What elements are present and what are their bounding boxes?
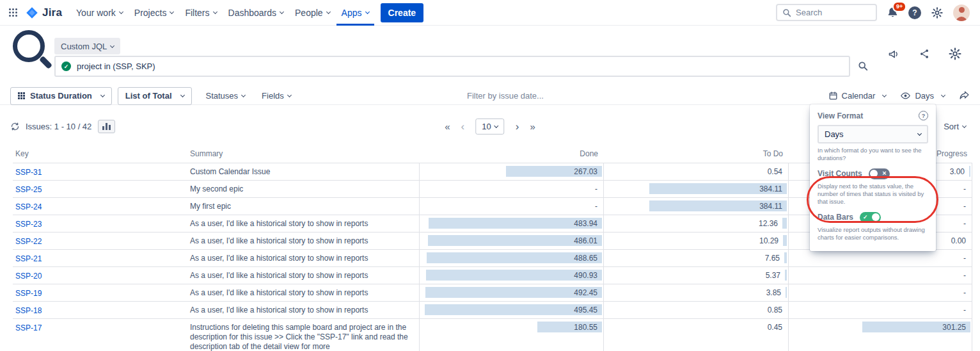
view-mode-button[interactable]: List of Total [118, 87, 192, 105]
duration-value: - [595, 184, 597, 193]
todo-cell: 3.85 [603, 284, 788, 301]
fields-filter-button[interactable]: Fields [262, 91, 291, 101]
data-bars-toggle[interactable] [860, 212, 881, 223]
search-icon [858, 61, 868, 71]
nav-apps[interactable]: Apps [336, 0, 374, 26]
issue-key-link[interactable]: SSP-31 [15, 168, 42, 177]
refresh-icon[interactable] [10, 122, 20, 131]
nav-label: Apps [342, 8, 362, 18]
done-cell: 180.55 [419, 319, 603, 351]
view-format-help-icon[interactable] [919, 111, 928, 120]
statuses-label: Statuses [206, 91, 239, 101]
next-page-button[interactable] [516, 121, 519, 132]
summary-cell: My second epic [187, 181, 419, 197]
notifications-button[interactable]: 9+ [887, 6, 899, 19]
key-cell: SSP-18 [13, 302, 187, 318]
issue-key-link[interactable]: SSP-20 [15, 272, 42, 281]
todo-cell: 10.29 [603, 233, 788, 249]
chevron-down-icon [365, 10, 369, 14]
table-row: SSP-17Instructions for deleting this sam… [13, 319, 972, 351]
page-size-value: 10 [482, 122, 491, 131]
global-search-input[interactable]: Search [776, 4, 877, 21]
help-button[interactable] [908, 6, 921, 19]
col-todo[interactable]: To Do [603, 147, 788, 163]
query-mode-dropdown[interactable]: Custom JQL [54, 38, 120, 54]
nav-your-work[interactable]: Your work [71, 0, 128, 26]
share-icon[interactable] [919, 48, 930, 60]
duration-value: 12.36 [759, 219, 778, 228]
first-page-button[interactable] [445, 122, 450, 131]
nav-projects[interactable]: Projects [129, 0, 179, 26]
todo-cell: 0.54 [603, 163, 788, 180]
summary-cell: As a user, I'd like a historical story t… [187, 250, 419, 266]
create-button[interactable]: Create [381, 3, 424, 22]
chevron-down-icon [494, 123, 499, 127]
view-format-label: View Format [818, 111, 863, 120]
duration-value: 0.00 [951, 236, 966, 245]
run-query-search-icon[interactable] [858, 61, 868, 71]
app-switcher-icon[interactable] [9, 8, 18, 17]
sort-label: Sort [944, 122, 959, 131]
settings-gear-icon[interactable] [931, 6, 944, 19]
last-page-button[interactable] [530, 122, 535, 131]
issue-key-link[interactable]: SSP-17 [15, 323, 42, 332]
view-settings-popup: View Format Days In which format do you … [810, 104, 936, 251]
chevron-down-icon [170, 10, 174, 14]
toggle-knob [872, 213, 880, 221]
announcement-icon[interactable] [887, 48, 901, 60]
duration-value: 7.65 [765, 254, 780, 263]
jira-logo[interactable]: Jira [26, 6, 62, 19]
issue-key-link[interactable]: SSP-18 [15, 306, 42, 315]
key-cell: SSP-24 [13, 198, 187, 215]
user-avatar[interactable] [953, 4, 970, 21]
report-type-button[interactable]: Status Duration [10, 87, 112, 105]
share-view-icon[interactable] [959, 90, 970, 101]
data-bar [786, 287, 787, 298]
todo-cell: 12.36 [603, 215, 788, 232]
prev-page-button[interactable] [461, 121, 465, 132]
jql-query-input[interactable]: project in (SSP, SKP) [54, 56, 850, 77]
view-format-select[interactable]: Days [818, 125, 928, 143]
issue-key-link[interactable]: SSP-25 [15, 185, 42, 194]
nav-filters[interactable]: Filters [180, 0, 221, 26]
duration-value: 488.65 [574, 254, 597, 263]
table-row: SSP-18As a user, I'd like a historical s… [13, 302, 972, 319]
visit-counts-label: Visit Counts [818, 169, 862, 178]
summary-cell: As a user, I'd like a historical story t… [187, 215, 419, 232]
col-key[interactable]: Key [13, 147, 187, 163]
page-size-select[interactable]: 10 [475, 118, 504, 135]
sort-button[interactable]: Sort [944, 122, 970, 131]
pagination: 10 [445, 117, 535, 136]
calendar-label: Calendar [842, 91, 876, 101]
nav-people[interactable]: People [290, 0, 335, 26]
done-cell: - [419, 198, 603, 215]
view-format-button[interactable]: Days [900, 90, 945, 101]
summary-cell: As a user, I'd like a historical story t… [187, 233, 419, 249]
issue-key-link[interactable]: SSP-22 [15, 237, 42, 246]
duration-value: 0.45 [768, 323, 782, 332]
issue-key-link[interactable]: SSP-21 [15, 254, 42, 263]
statuses-filter-button[interactable]: Statuses [206, 91, 246, 101]
issue-key-link[interactable]: SSP-24 [15, 202, 42, 211]
issue-key-link[interactable]: SSP-23 [15, 220, 42, 229]
visit-counts-description: Display next to the status value, the nu… [818, 183, 928, 206]
calendar-filter-button[interactable]: Calendar [828, 91, 887, 101]
chevron-down-icon [287, 93, 292, 97]
data-bar [784, 252, 787, 263]
chevron-down-icon [110, 43, 115, 47]
issue-key-link[interactable]: SSP-19 [15, 289, 42, 298]
col-summary[interactable]: Summary [187, 147, 419, 163]
brand-name: Jira [42, 6, 62, 19]
jql-query-text: project in (SSP, SKP) [77, 61, 155, 71]
col-done[interactable]: Done [419, 147, 603, 163]
chart-view-button[interactable] [98, 120, 115, 133]
report-settings-gear-icon[interactable] [948, 47, 962, 61]
done-cell: 267.03 [419, 163, 603, 180]
nav-label: Projects [134, 8, 167, 18]
table-row: SSP-21As a user, I'd like a historical s… [13, 250, 972, 267]
visit-counts-toggle[interactable] [869, 168, 890, 179]
todo-cell: 7.65 [603, 250, 788, 266]
done-cell: - [419, 181, 603, 197]
date-filter-input[interactable]: Filter by issue date... [467, 91, 544, 101]
nav-dashboards[interactable]: Dashboards [223, 0, 289, 26]
